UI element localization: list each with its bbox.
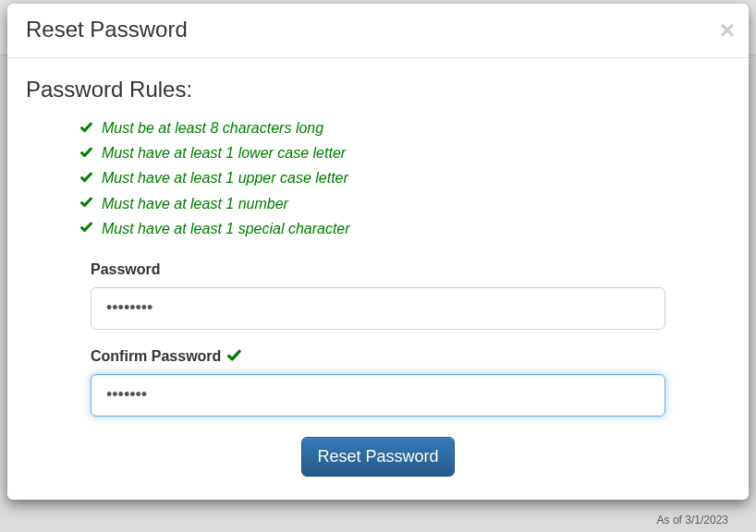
rule-item: Must have at least 1 lower case letter (79, 140, 730, 165)
check-icon (79, 146, 94, 161)
rules-list: Must be at least 8 characters long Must … (26, 115, 730, 241)
check-icon (79, 121, 94, 136)
password-label: Password (91, 261, 665, 278)
rule-text: Must have at least 1 upper case letter (102, 165, 348, 190)
confirm-password-label: Confirm Password (91, 348, 221, 365)
rule-item: Must have at least 1 number (79, 191, 730, 216)
check-icon (79, 221, 94, 236)
rule-text: Must have at least 1 number (102, 191, 288, 216)
confirm-password-input[interactable] (91, 374, 665, 417)
close-button[interactable]: × (720, 18, 735, 43)
rule-item: Must be at least 8 characters long (79, 115, 730, 140)
check-icon (226, 348, 243, 365)
rules-heading: Password Rules: (26, 77, 730, 103)
confirm-password-group: Confirm Password (91, 348, 665, 417)
check-icon (79, 196, 94, 211)
rule-text: Must be at least 8 characters long (102, 115, 323, 140)
password-group: Password (91, 261, 665, 330)
rule-text: Must have at least 1 lower case letter (102, 140, 346, 165)
submit-row: Reset Password (26, 437, 730, 477)
reset-password-modal: Reset Password × Password Rules: Must be… (7, 4, 749, 500)
modal-title: Reset Password (26, 18, 188, 42)
rule-item: Must have at least 1 upper case letter (79, 165, 730, 190)
modal-header: Reset Password × (7, 4, 749, 58)
modal-body: Password Rules: Must be at least 8 chara… (7, 58, 749, 500)
check-icon (79, 171, 94, 186)
rule-item: Must have at least 1 special character (79, 216, 730, 241)
rule-text: Must have at least 1 special character (102, 216, 350, 241)
reset-password-button[interactable]: Reset Password (301, 437, 454, 477)
password-input[interactable] (91, 287, 665, 330)
